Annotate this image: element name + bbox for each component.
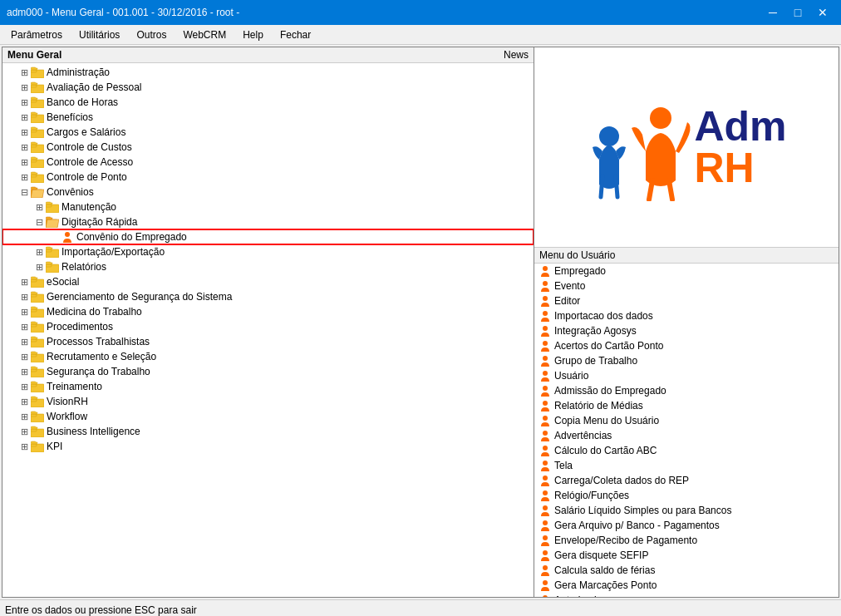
user-menu-item[interactable]: Copia Menu do Usuário <box>534 413 839 428</box>
user-menu-label: Integração Agosys <box>554 325 637 337</box>
user-menu-item[interactable]: Cálculo do Cartão ABC <box>534 443 839 458</box>
tree-item-gerenciamento-seguranca[interactable]: ⊞Gerenciamento de Segurança do Sistema <box>2 289 534 304</box>
user-menu-label: Calcula saldo de férias <box>554 564 655 576</box>
menu-item-webcrm[interactable]: WebCRM <box>175 26 234 44</box>
tree-item-controle-custos[interactable]: ⊞Controle de Custos <box>2 140 534 155</box>
menu-item-help[interactable]: Help <box>235 26 271 44</box>
tree-item-beneficios[interactable]: ⊞Benefícios <box>2 110 534 125</box>
expander-workflow[interactable]: ⊞ <box>17 410 31 423</box>
expander-manutencao[interactable]: ⊞ <box>32 200 46 214</box>
user-menu-item[interactable]: Carrega/Coleta dados do REP <box>534 473 839 488</box>
close-button[interactable]: ✕ <box>811 3 834 22</box>
menu-item-utilitários[interactable]: Utilitários <box>71 26 127 44</box>
svg-rect-40 <box>31 384 37 387</box>
user-menu-item[interactable]: Relatório de Médias <box>534 398 839 413</box>
expander-recrutamento[interactable]: ⊞ <box>17 350 31 363</box>
tree-item-treinamento[interactable]: ⊞Treinamento <box>2 379 534 394</box>
expander-gerenciamento-seguranca[interactable]: ⊞ <box>17 290 31 303</box>
user-menu-item[interactable]: Gera Arquivo p/ Banco - Pagamentos <box>534 518 839 533</box>
tree-item-kpi[interactable]: ⊞KPI <box>2 439 534 454</box>
user-menu-item[interactable]: Calcula saldo de férias <box>534 563 839 578</box>
tree-item-controle-ponto[interactable]: ⊞Controle de Ponto <box>2 170 534 185</box>
svg-rect-28 <box>31 294 37 297</box>
user-menu-item[interactable]: Importacao dos dados <box>534 308 839 323</box>
tree-label-convenio-empregado: Convênio do Empregado <box>76 231 187 243</box>
user-menu-item[interactable]: Admissão do Empregado <box>534 383 839 398</box>
user-menu-label: Importacao dos dados <box>554 310 653 322</box>
tree-item-business-intelligence[interactable]: ⊞Business Intelligence <box>2 424 534 439</box>
user-menu-item[interactable]: Grupo de Trabalho <box>534 353 839 368</box>
minimize-button[interactable]: ─ <box>761 3 784 22</box>
expander-convenio-empregado[interactable] <box>47 230 61 244</box>
user-menu-list[interactable]: EmpregadoEventoEditorImportacao dos dado… <box>534 264 839 597</box>
expander-visionrh[interactable]: ⊞ <box>17 395 31 408</box>
tree-item-relatorios-conv[interactable]: ⊞Relatórios <box>2 259 534 274</box>
expander-controle-acesso[interactable]: ⊞ <box>17 155 31 169</box>
tree-item-controle-acesso[interactable]: ⊞Controle de Acesso <box>2 155 534 170</box>
tree-item-digitacao-rapida[interactable]: ⊟Digitação Rápida <box>2 214 534 229</box>
expander-controle-ponto[interactable]: ⊞ <box>17 170 31 184</box>
expander-cargos-salarios[interactable]: ⊞ <box>17 126 31 139</box>
tree-item-medicina-trabalho[interactable]: ⊞Medicina do Trabalho <box>2 304 534 319</box>
user-menu-item[interactable]: Acertos do Cartão Ponto <box>534 338 839 353</box>
user-menu-item[interactable]: Editor <box>534 293 839 308</box>
user-menu-item[interactable]: Advertências <box>534 428 839 443</box>
expander-kpi[interactable]: ⊞ <box>17 440 31 453</box>
expander-processos-trabalhistas[interactable]: ⊞ <box>17 335 31 348</box>
tree-item-recrutamento[interactable]: ⊞Recrutamento e Seleção <box>2 349 534 364</box>
expander-medicina-trabalho[interactable]: ⊞ <box>17 305 31 318</box>
tree-item-manutencao[interactable]: ⊞Manutenção <box>2 200 534 214</box>
folder-icon-medicina-trabalho <box>31 306 44 318</box>
user-menu-item[interactable]: Relógio/Funções <box>534 488 839 503</box>
tree-container[interactable]: ⊞Administração⊞Avaliação de Pessoal⊞Banc… <box>2 63 534 597</box>
svg-point-59 <box>543 386 548 391</box>
user-menu-item[interactable]: Salário Líquido Simples ou para Bancos <box>534 503 839 518</box>
tree-item-seguranca-trabalho[interactable]: ⊞Segurança do Trabalho <box>2 364 534 379</box>
maximize-button[interactable]: □ <box>786 3 809 22</box>
tree-item-convenio-empregado[interactable]: Convênio do Empregado <box>2 229 534 244</box>
tree-item-convenios[interactable]: ⊟Convênios <box>2 185 534 200</box>
user-menu-item[interactable]: Usuário <box>534 368 839 383</box>
tree-item-procedimentos[interactable]: ⊞Procedimentos <box>2 319 534 334</box>
tree-label-workflow: Workflow <box>46 411 87 422</box>
menu-item-parâmetros[interactable]: Parâmetros <box>3 26 70 44</box>
expander-beneficios[interactable]: ⊞ <box>17 111 31 124</box>
tree-item-workflow[interactable]: ⊞Workflow <box>2 409 534 424</box>
tree-item-banco-horas[interactable]: ⊞Banco de Horas <box>2 95 534 110</box>
expander-business-intelligence[interactable]: ⊞ <box>17 425 31 438</box>
svg-point-68 <box>543 520 548 525</box>
expander-importacao-exportacao[interactable]: ⊞ <box>32 245 46 259</box>
expander-esocial[interactable]: ⊞ <box>17 275 31 288</box>
expander-controle-custos[interactable]: ⊞ <box>17 140 31 154</box>
expander-convenios[interactable]: ⊟ <box>17 185 31 199</box>
user-menu-item[interactable]: Integração Agosys <box>534 323 839 338</box>
user-menu-item[interactable]: Autorizador <box>534 593 839 597</box>
user-menu-label: Cálculo do Cartão ABC <box>554 445 657 456</box>
folder-icon-banco-horas <box>31 96 44 108</box>
user-menu-item[interactable]: Gera Marcações Ponto <box>534 578 839 593</box>
tree-item-importacao-exportacao[interactable]: ⊞Importação/Exportação <box>2 244 534 259</box>
expander-digitacao-rapida[interactable]: ⊟ <box>32 215 46 229</box>
user-menu-item[interactable]: Envelope/Recibo de Pagamento <box>534 533 839 548</box>
user-menu-item[interactable]: Empregado <box>534 264 839 278</box>
user-menu-item[interactable]: Tela <box>534 458 839 473</box>
tree-item-processos-trabalhistas[interactable]: ⊞Processos Trabalhistas <box>2 334 534 349</box>
expander-procedimentos[interactable]: ⊞ <box>17 320 31 333</box>
tree-item-cargos-salarios[interactable]: ⊞Cargos e Salários <box>2 125 534 140</box>
expander-treinamento[interactable]: ⊞ <box>17 380 31 393</box>
expander-administracao[interactable]: ⊞ <box>17 66 31 79</box>
user-menu-item[interactable]: Evento <box>534 278 839 293</box>
menu-item-outros[interactable]: Outros <box>129 26 174 44</box>
expander-seguranca-trabalho[interactable]: ⊞ <box>17 365 31 378</box>
tree-item-avaliacao[interactable]: ⊞Avaliação de Pessoal <box>2 80 534 95</box>
tree-item-esocial[interactable]: ⊞eSocial <box>2 274 534 289</box>
tree-item-visionrh[interactable]: ⊞VisionRH <box>2 394 534 409</box>
tree-label-gerenciamento-seguranca: Gerenciamento de Segurança do Sistema <box>46 291 232 303</box>
tree-item-administracao[interactable]: ⊞Administração <box>2 65 534 80</box>
folder-icon-kpi <box>31 441 44 452</box>
user-menu-item[interactable]: Gera disquete SEFIP <box>534 548 839 563</box>
menu-item-fechar[interactable]: Fechar <box>273 26 318 44</box>
expander-avaliacao[interactable]: ⊞ <box>17 81 31 94</box>
expander-relatorios-conv[interactable]: ⊞ <box>32 260 46 274</box>
expander-banco-horas[interactable]: ⊞ <box>17 96 31 109</box>
